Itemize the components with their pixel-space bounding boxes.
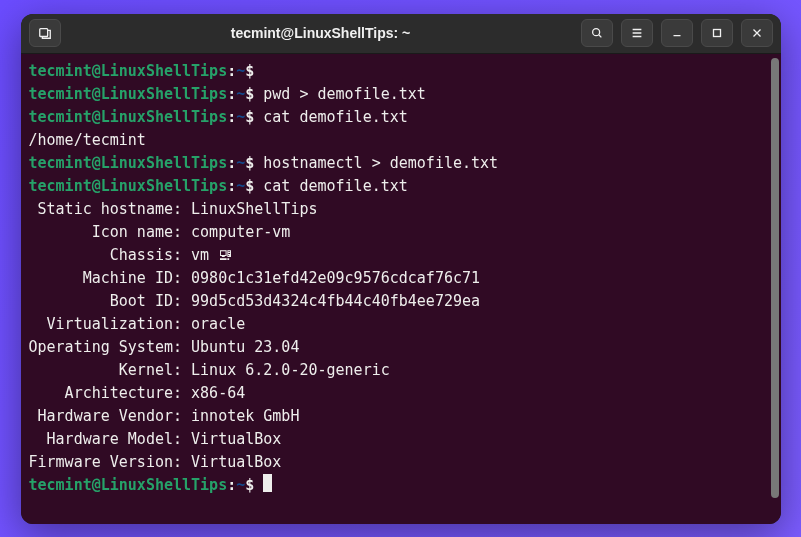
prompt-symbol: $ [245, 476, 263, 494]
svg-point-1 [592, 29, 599, 36]
prompt-user-host: tecmint@LinuxShellTips [29, 177, 228, 195]
command-text: pwd > demofile.txt [263, 85, 426, 103]
output-text: Icon name: computer-vm [29, 223, 291, 241]
svg-rect-0 [39, 29, 47, 37]
terminal-line: Icon name: computer-vm [29, 221, 773, 244]
prompt-path: ~ [236, 62, 245, 80]
terminal-line: Hardware Model: VirtualBox [29, 428, 773, 451]
prompt-separator: : [227, 62, 236, 80]
output-text: Operating System: Ubuntu 23.04 [29, 338, 300, 356]
command-text: cat demofile.txt [263, 177, 408, 195]
titlebar: tecmint@LinuxShellTips: ~ [21, 14, 781, 54]
prompt-path: ~ [236, 108, 245, 126]
cursor [263, 474, 272, 492]
prompt-user-host: tecmint@LinuxShellTips [29, 85, 228, 103]
minimize-button[interactable] [661, 19, 693, 47]
new-tab-button[interactable] [29, 19, 61, 47]
output-text: Chassis: vm 🖳 [29, 246, 234, 264]
prompt-symbol: $ [245, 108, 263, 126]
command-text: hostnamectl > demofile.txt [263, 154, 498, 172]
terminal-line: Static hostname: LinuxShellTips [29, 198, 773, 221]
output-text: Static hostname: LinuxShellTips [29, 200, 318, 218]
prompt-symbol: $ [245, 62, 263, 80]
output-text: Virtualization: oracle [29, 315, 246, 333]
output-text: Kernel: Linux 6.2.0-20-generic [29, 361, 390, 379]
terminal-line: tecmint@LinuxShellTips:~$ [29, 60, 773, 83]
prompt-symbol: $ [245, 177, 263, 195]
output-text: Hardware Model: VirtualBox [29, 430, 282, 448]
terminal-line: tecmint@LinuxShellTips:~$ cat demofile.t… [29, 175, 773, 198]
output-text: Firmware Version: VirtualBox [29, 453, 282, 471]
maximize-button[interactable] [701, 19, 733, 47]
close-button[interactable] [741, 19, 773, 47]
menu-button[interactable] [621, 19, 653, 47]
prompt-separator: : [227, 476, 236, 494]
scrollbar-thumb[interactable] [771, 58, 779, 498]
terminal-line: Boot ID: 99d5cd53d4324c4fb44c40fb4ee729e… [29, 290, 773, 313]
output-text: Hardware Vendor: innotek GmbH [29, 407, 300, 425]
prompt-path: ~ [236, 177, 245, 195]
terminal-line: /home/tecmint [29, 129, 773, 152]
terminal-line: tecmint@LinuxShellTips:~$ pwd > demofile… [29, 83, 773, 106]
prompt-path: ~ [236, 85, 245, 103]
prompt-symbol: $ [245, 154, 263, 172]
svg-rect-2 [713, 30, 720, 37]
prompt-user-host: tecmint@LinuxShellTips [29, 154, 228, 172]
terminal-line: tecmint@LinuxShellTips:~$ cat demofile.t… [29, 106, 773, 129]
window-title: tecmint@LinuxShellTips: ~ [69, 25, 573, 41]
prompt-symbol: $ [245, 85, 263, 103]
prompt-path: ~ [236, 154, 245, 172]
terminal-line: Architecture: x86-64 [29, 382, 773, 405]
output-text: /home/tecmint [29, 131, 146, 149]
terminal-line: Chassis: vm 🖳 [29, 244, 773, 267]
prompt-user-host: tecmint@LinuxShellTips [29, 108, 228, 126]
terminal-line: tecmint@LinuxShellTips:~$ hostnamectl > … [29, 152, 773, 175]
prompt-separator: : [227, 108, 236, 126]
terminal-line: Hardware Vendor: innotek GmbH [29, 405, 773, 428]
prompt-user-host: tecmint@LinuxShellTips [29, 62, 228, 80]
terminal-line: Machine ID: 0980c1c31efd42e09c9576cdcaf7… [29, 267, 773, 290]
terminal-line: Operating System: Ubuntu 23.04 [29, 336, 773, 359]
terminal-line: Kernel: Linux 6.2.0-20-generic [29, 359, 773, 382]
prompt-separator: : [227, 154, 236, 172]
terminal-window: tecmint@LinuxShellTips: ~ [21, 14, 781, 524]
terminal-body[interactable]: tecmint@LinuxShellTips:~$ tecmint@LinuxS… [21, 54, 781, 524]
prompt-path: ~ [236, 476, 245, 494]
terminal-line: tecmint@LinuxShellTips:~$ [29, 474, 773, 497]
command-text: cat demofile.txt [263, 108, 408, 126]
output-text: Architecture: x86-64 [29, 384, 246, 402]
terminal-line: Virtualization: oracle [29, 313, 773, 336]
prompt-separator: : [227, 85, 236, 103]
output-text: Boot ID: 99d5cd53d4324c4fb44c40fb4ee729e… [29, 292, 481, 310]
output-text: Machine ID: 0980c1c31efd42e09c9576cdcaf7… [29, 269, 481, 287]
prompt-separator: : [227, 177, 236, 195]
scrollbar[interactable] [771, 58, 779, 520]
search-button[interactable] [581, 19, 613, 47]
terminal-line: Firmware Version: VirtualBox [29, 451, 773, 474]
prompt-user-host: tecmint@LinuxShellTips [29, 476, 228, 494]
